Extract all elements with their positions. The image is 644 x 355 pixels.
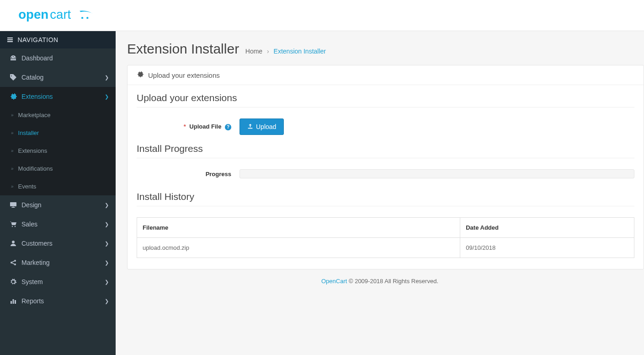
svg-point-8 bbox=[15, 226, 16, 227]
section-title-progress: Install Progress bbox=[137, 143, 634, 158]
sidebar-item-dashboard[interactable]: Dashboard bbox=[0, 48, 116, 68]
footer: OpenCart © 2009-2018 All Rights Reserved… bbox=[116, 269, 644, 293]
sidebar-subitem-label: Modifications bbox=[18, 165, 53, 172]
breadcrumb-home[interactable]: Home bbox=[245, 48, 262, 55]
chevron-right-icon: ❯ bbox=[105, 260, 109, 266]
sidebar-item-label: Customers bbox=[21, 240, 53, 247]
hamburger-icon bbox=[7, 36, 13, 43]
page-header: Extension Installer Home › Extension Ins… bbox=[116, 31, 644, 65]
sidebar-subitem-label: Extensions bbox=[18, 147, 48, 154]
double-chevron-icon: » bbox=[11, 184, 14, 189]
install-history-table: Filename Date Added upload.ocmod.zip 09/… bbox=[137, 217, 634, 258]
double-chevron-icon: » bbox=[11, 130, 14, 135]
sidebar-item-label: Design bbox=[21, 201, 42, 209]
sidebar-subitem-events[interactable]: » Events bbox=[0, 178, 116, 195]
page-title: Extension Installer bbox=[127, 41, 239, 57]
sidebar-subitem-label: Marketplace bbox=[18, 112, 51, 118]
sidebar: NAVIGATION Dashboard Catalog ❯ Extension… bbox=[0, 31, 116, 355]
panel: Upload your extensions Upload your exten… bbox=[127, 65, 644, 269]
puzzle-icon bbox=[7, 93, 20, 100]
double-chevron-icon: » bbox=[11, 113, 14, 118]
sidebar-item-label: Extensions bbox=[21, 93, 53, 100]
svg-point-11 bbox=[14, 260, 16, 262]
user-icon bbox=[7, 240, 20, 247]
sidebar-subitem-installer[interactable]: » Installer bbox=[0, 124, 116, 142]
double-chevron-icon: » bbox=[11, 148, 14, 153]
required-asterisk: * bbox=[184, 123, 186, 130]
svg-point-9 bbox=[12, 241, 15, 243]
upload-button-label: Upload bbox=[256, 123, 276, 130]
svg-point-3 bbox=[86, 17, 88, 19]
svg-point-7 bbox=[12, 226, 13, 227]
progress-label: Progress bbox=[137, 171, 240, 178]
svg-point-2 bbox=[81, 17, 83, 19]
chevron-right-icon: ❯ bbox=[105, 241, 109, 247]
chevron-right-icon: ❯ bbox=[105, 298, 109, 304]
upload-button[interactable]: Upload bbox=[240, 118, 284, 135]
sidebar-item-label: System bbox=[21, 278, 43, 285]
svg-rect-15 bbox=[15, 300, 16, 304]
chevron-right-icon: ❯ bbox=[105, 202, 109, 208]
cog-icon bbox=[7, 278, 20, 285]
bar-chart-icon bbox=[7, 297, 20, 305]
share-icon bbox=[7, 259, 20, 266]
logo[interactable]: open cart bbox=[0, 0, 116, 31]
sidebar-item-label: Marketing bbox=[21, 259, 49, 266]
section-title-upload: Upload your extensions bbox=[137, 92, 634, 108]
breadcrumb-current[interactable]: Extension Installer bbox=[274, 48, 326, 55]
progress-bar bbox=[240, 169, 634, 178]
panel-heading-label: Upload your extensions bbox=[148, 71, 220, 79]
sidebar-subitem-label: Events bbox=[18, 183, 37, 190]
desktop-icon bbox=[7, 201, 20, 209]
chevron-right-icon: ❯ bbox=[105, 279, 109, 285]
footer-text: © 2009-2018 All Rights Reserved. bbox=[347, 278, 438, 285]
sidebar-item-label: Sales bbox=[21, 221, 37, 228]
cell-date: 09/10/2018 bbox=[460, 238, 634, 258]
sidebar-subitem-extensions[interactable]: » Extensions bbox=[0, 142, 116, 160]
tag-icon bbox=[7, 74, 20, 81]
double-chevron-icon: » bbox=[11, 166, 14, 171]
sidebar-subitem-label: Installer bbox=[18, 129, 39, 136]
upload-icon bbox=[247, 123, 253, 130]
sidebar-item-label: Reports bbox=[21, 297, 44, 305]
breadcrumb: Home › Extension Installer bbox=[245, 48, 326, 55]
svg-text:open: open bbox=[18, 7, 48, 21]
svg-text:cart: cart bbox=[50, 7, 71, 21]
breadcrumb-separator: › bbox=[267, 48, 269, 55]
cell-filename: upload.ocmod.zip bbox=[137, 238, 460, 258]
chevron-right-icon: ❯ bbox=[105, 75, 109, 81]
sidebar-item-customers[interactable]: Customers ❯ bbox=[0, 234, 116, 253]
main-content: Extension Installer Home › Extension Ins… bbox=[116, 31, 644, 355]
sidebar-item-label: Catalog bbox=[21, 74, 43, 81]
chevron-right-icon: ❯ bbox=[105, 221, 109, 227]
table-row: upload.ocmod.zip 09/10/2018 bbox=[137, 238, 634, 258]
section-title-history: Install History bbox=[137, 191, 634, 206]
chevron-right-icon: ❯ bbox=[105, 94, 109, 100]
sidebar-item-extensions[interactable]: Extensions ❯ bbox=[0, 87, 116, 106]
dashboard-icon bbox=[7, 54, 20, 62]
svg-rect-5 bbox=[12, 207, 14, 207]
upload-file-label: * Upload File ? bbox=[137, 118, 240, 135]
nav-header-label: NAVIGATION bbox=[17, 36, 58, 43]
puzzle-icon bbox=[137, 71, 144, 79]
footer-link[interactable]: OpenCart bbox=[321, 278, 347, 285]
sidebar-item-reports[interactable]: Reports ❯ bbox=[0, 291, 116, 311]
sidebar-subitem-marketplace[interactable]: » Marketplace bbox=[0, 106, 116, 124]
svg-point-12 bbox=[14, 264, 16, 265]
sidebar-item-design[interactable]: Design ❯ bbox=[0, 195, 116, 215]
nav-header: NAVIGATION bbox=[0, 31, 116, 48]
svg-rect-6 bbox=[11, 207, 15, 208]
sidebar-item-marketing[interactable]: Marketing ❯ bbox=[0, 253, 116, 272]
sidebar-subitem-modifications[interactable]: » Modifications bbox=[0, 160, 116, 178]
table-header-date: Date Added bbox=[460, 218, 634, 238]
sidebar-item-label: Dashboard bbox=[21, 54, 53, 62]
sidebar-item-system[interactable]: System ❯ bbox=[0, 272, 116, 291]
help-icon[interactable]: ? bbox=[225, 124, 231, 130]
panel-heading: Upload your extensions bbox=[128, 65, 644, 85]
cart-icon bbox=[7, 221, 20, 228]
sidebar-item-sales[interactable]: Sales ❯ bbox=[0, 215, 116, 234]
svg-rect-13 bbox=[11, 301, 12, 304]
sidebar-item-catalog[interactable]: Catalog ❯ bbox=[0, 68, 116, 87]
svg-rect-4 bbox=[10, 202, 16, 206]
top-header: open cart bbox=[0, 0, 644, 31]
